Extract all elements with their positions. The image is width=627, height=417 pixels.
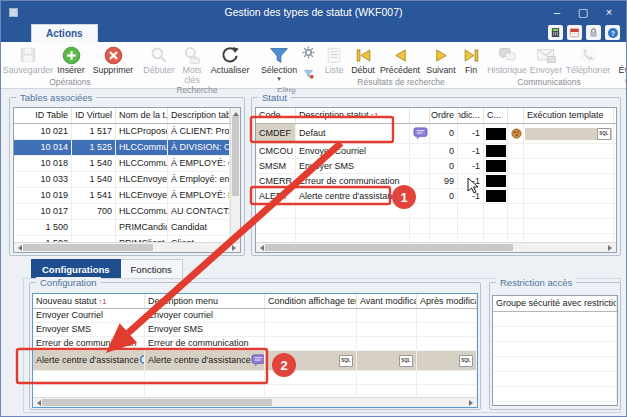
- calendar-icon[interactable]: [567, 25, 582, 40]
- column-header-condition-affichage-template[interactable]: Condition affichage template: [265, 294, 357, 308]
- statut-row[interactable]: SMSMEnvoyer SMS0-1: [256, 159, 616, 174]
- small-filter-icon[interactable]: [302, 66, 315, 84]
- supprimer-button[interactable]: Supprimer: [89, 43, 137, 76]
- cell-indicateur: -1: [458, 124, 484, 143]
- gear-icon[interactable]: [302, 45, 315, 63]
- ribbon-button-label: Suivant: [426, 66, 455, 76]
- cell-indicateur: -1: [458, 159, 484, 173]
- fin-button[interactable]: Fin: [460, 43, 482, 76]
- tab-fonctions[interactable]: Fonctions: [121, 259, 183, 279]
- statut-row[interactable]: CMCOUEnvoyer Courriel0-1: [256, 144, 616, 159]
- column-header-apr-s-modificati[interactable]: Après modificati...: [417, 294, 477, 308]
- close-button[interactable]: ×: [596, 1, 622, 23]
- cell-nouveau-statut: Erreur de communication: [33, 337, 145, 350]
- configuration-row[interactable]: Envoyer CourrielEnvoyer courriel: [33, 309, 477, 323]
- empty-cell: [357, 385, 417, 397]
- cell-code: SMSM: [256, 159, 296, 173]
- pr-c-dent-button[interactable]: Précédent: [378, 43, 422, 76]
- empty-cell: [417, 371, 477, 384]
- envoyer-button[interactable]: Envoyer: [528, 43, 564, 76]
- sql-button-icon[interactable]: SQL: [597, 128, 611, 140]
- empty-cell: [430, 219, 458, 233]
- cell-nom-table: HLCPropose...: [116, 124, 168, 139]
- configuration-hscroll[interactable]: [33, 397, 477, 407]
- tables-vscroll[interactable]: [230, 108, 240, 242]
- ins-rer-button[interactable]: Insérer: [53, 43, 89, 76]
- s-lection-button[interactable]: Sélection▾: [257, 43, 301, 81]
- table-row[interactable]: 10 0181 540HLCCommu...À EMPLOYÉ: Communi…: [14, 156, 230, 172]
- table-row[interactable]: 1 500PRIMCandidatCandidat: [14, 220, 230, 236]
- calculator-icon[interactable]: [548, 25, 563, 40]
- maximize-button[interactable]: ▢: [570, 1, 596, 23]
- ribbon: SauvegarderInsérerSupprimerOpérationsDéb…: [1, 42, 626, 89]
- sauvegarder-button[interactable]: Sauvegarder: [3, 43, 53, 76]
- ribbon-button-label: Téléphoner: [566, 66, 611, 76]
- table-row[interactable]: 10 0211 517HLCPropose...À CLIENT: Propos…: [14, 124, 230, 140]
- grid-message-icon: [251, 354, 265, 367]
- color-swatch: [486, 128, 506, 140]
- lock-icon[interactable]: [586, 25, 601, 40]
- cell-nouveau-statut: Envoyer SMS: [33, 323, 145, 336]
- restriction-empty-row: [493, 387, 617, 402]
- statut-grid-header: CodeDescription statut↑1OrdreIndic...C..…: [256, 108, 616, 124]
- d-buter-button[interactable]: Débuter: [141, 43, 177, 76]
- configuration-row[interactable]: Envoyer SMSEnvoyer SMS: [33, 323, 477, 337]
- ribbon-group-autres: Évènements et tâchesRapportAutres: [614, 42, 627, 88]
- table-row[interactable]: 10 017700HLCCommu...AU CONTACT: Commu: [14, 204, 230, 220]
- cell-condition-affichage: [265, 309, 357, 322]
- column-header-description-statut[interactable]: Description statut↑1: [296, 108, 410, 123]
- restriction-empty-row: [493, 372, 617, 387]
- table-row[interactable]: 10 0141 525HLCCommu...À DIVISION: Commun…: [14, 140, 230, 156]
- d-but-button[interactable]: Début: [348, 43, 378, 76]
- tab-actions[interactable]: Actions: [31, 24, 98, 42]
- tables-hscroll[interactable]: [14, 242, 240, 252]
- tab-configurations[interactable]: Configurations: [31, 259, 121, 279]
- configuration-row[interactable]: Erreur de communicationErreur de communi…: [33, 337, 477, 351]
- historique-button[interactable]: Historique: [486, 43, 528, 76]
- column-header-code[interactable]: Code: [256, 108, 296, 123]
- column-header-description-menu[interactable]: Description menu: [145, 294, 265, 308]
- column-header-nouveau-statut[interactable]: Nouveau statut↑1: [33, 294, 145, 308]
- column-header-avant-modificat[interactable]: Avant modificat...: [357, 294, 417, 308]
- column-header-icon[interactable]: [410, 108, 430, 123]
- column-header-ex-cution-template[interactable]: Exécution template: [524, 108, 614, 123]
- help-icon[interactable]: ?: [605, 25, 620, 40]
- cell-avant-modification: [357, 309, 417, 322]
- table-row[interactable]: 10 0331 540HLCEnvoyer...À Employé: envoy…: [14, 172, 230, 188]
- tables-panel-caption: Tables associées: [16, 92, 96, 103]
- cell-code: CMCOU: [256, 144, 296, 158]
- column-header-c[interactable]: C...: [484, 108, 508, 123]
- cell-description-table: À DIVISION: Communic: [168, 140, 230, 155]
- suivant-button[interactable]: Suivant: [422, 43, 460, 76]
- column-header-description-table[interactable]: Description table↑1: [168, 108, 230, 123]
- ribbon-button-label: Précédent: [380, 66, 420, 76]
- column-header-id-virtuel[interactable]: ID Virtuel: [72, 108, 116, 123]
- color-swatch: [486, 160, 506, 172]
- sql-button-icon[interactable]: SQL: [339, 355, 353, 367]
- mots-cl-s-button[interactable]: Mots clés: [177, 43, 207, 85]
- statut-row[interactable]: CMDEFDefaut0-1SQL: [256, 124, 616, 144]
- sql-button-icon[interactable]: SQL: [459, 355, 473, 367]
- liste-button[interactable]: Liste: [320, 43, 348, 76]
- statut-row[interactable]: CMERRErreur de communication99-1: [256, 174, 616, 189]
- column-header-nom-de-la-t[interactable]: Nom de la t...: [116, 108, 168, 123]
- statut-hscroll[interactable]: [256, 242, 616, 252]
- statut-row[interactable]: ALERTAlerte centre d'assistance0-1: [256, 189, 616, 204]
- column-header-ordre[interactable]: Ordre: [430, 108, 458, 123]
- configuration-row[interactable]: Alerte centre d'assistanceAlerte centre …: [33, 351, 477, 371]
- column-header-indic[interactable]: Indic...: [458, 108, 484, 123]
- statut-grid: CodeDescription statut↑1OrdreIndic...C..…: [255, 107, 617, 253]
- cell-id-virtuel: 700: [72, 204, 116, 219]
- cell-condition-affichage: [265, 323, 357, 336]
- actualiser-button[interactable]: Actualiser: [207, 43, 253, 76]
- minimize-button[interactable]: –: [544, 1, 570, 23]
- column-header-icon[interactable]: [508, 108, 524, 123]
- column-header-groupe-s-curit-avec-restriction[interactable]: Groupe sécurité avec restriction↑1: [493, 296, 617, 311]
- v-nements-et-t-ches-button[interactable]: Évènements et tâches: [616, 43, 627, 85]
- table-row[interactable]: 10 0191 541HLCEnvoyer...À EMPLOYÉ: Envoy…: [14, 188, 230, 204]
- column-header-id-table[interactable]: ID Table: [14, 108, 72, 123]
- cell-indicateur: -1: [458, 144, 484, 158]
- cell-description-statut: Envoyer SMS: [296, 159, 410, 173]
- sql-button-icon[interactable]: SQL: [399, 355, 413, 367]
- t-l-phoner-button[interactable]: Téléphoner: [564, 43, 612, 76]
